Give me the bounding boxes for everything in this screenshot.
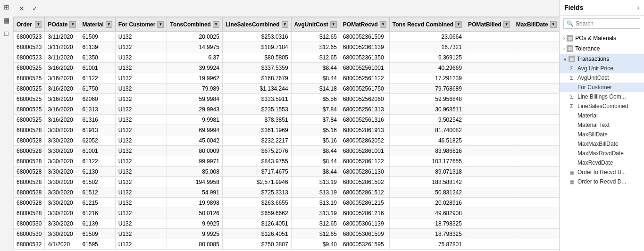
- cell-linesalescombined: $189.7184: [222, 42, 291, 52]
- cell-podate: 3/30/2020: [45, 167, 79, 177]
- field-item-maxrcvddate[interactable]: · MaxRcvdDate: [560, 158, 644, 167]
- field-item-avg-unit-price[interactable]: Σ Avg Unit Price: [560, 64, 644, 73]
- field-group-tolerance-header[interactable]: › ▦ Tolerance: [560, 44, 644, 53]
- field-group-pos-materials-header[interactable]: › ▦ POs & Materials: [560, 33, 644, 43]
- cell-forcustomer: U132: [115, 125, 167, 135]
- cell-tonsrecvdcombined: 6.369125: [389, 52, 465, 63]
- field-item-line-billings[interactable]: Σ Line Billings Com...: [560, 92, 644, 101]
- cell-maxbilldate: [513, 146, 559, 156]
- data-table-container[interactable]: Order ▼ POdate ▼ Material ▼: [13, 17, 559, 251]
- cell-pomatbilled: [465, 32, 513, 42]
- table-row[interactable]: 680005283/30/202061913U13269.9994$361.19…: [14, 125, 560, 135]
- cell-tonscombined: 194.9958: [167, 177, 222, 187]
- cell-tonsrecvdcombined: 75.87801: [389, 239, 465, 250]
- field-item-order-recvd-b[interactable]: ▦ Order to Recvd B...: [560, 167, 644, 177]
- field-label-line-billings: Line Billings Com...: [577, 93, 626, 100]
- cell-pomatrecvd: 6800052561750: [340, 84, 389, 94]
- field-item-maxmaxrcvddate[interactable]: · MaxMaxRcvdDate: [560, 149, 644, 158]
- cell-material: 61001: [79, 146, 115, 156]
- fields-search-input[interactable]: [576, 20, 637, 27]
- table-row[interactable]: 680005233/11/202061509U13220.0025$253.03…: [14, 32, 560, 42]
- cell-linesalescombined: $253.0316: [222, 32, 291, 42]
- cell-tonsrecvdcombined: 59.956848: [389, 94, 465, 104]
- cell-tonscombined: 80.0009: [167, 146, 222, 156]
- cell-linesalescombined: $263.6655: [222, 198, 291, 208]
- table-row[interactable]: 680005283/30/202061502U132194.9958$2,571…: [14, 177, 560, 187]
- cell-material: 61502: [79, 177, 115, 187]
- field-item-material[interactable]: · Material: [560, 111, 644, 120]
- cell-pomatrecvd: 6800053061139: [340, 218, 389, 229]
- page-view-icon[interactable]: □: [1, 28, 12, 39]
- table-row[interactable]: 680005283/30/202061001U13280.0009$675.20…: [14, 146, 560, 156]
- field-label-order-recvd-d: Order to Recvd D...: [577, 178, 626, 185]
- filter-pomatrecvd-btn[interactable]: ▼: [380, 21, 386, 28]
- cell-material: 61750: [79, 84, 115, 94]
- cell-pomatrecvd: 6800052861130: [340, 167, 389, 177]
- field-item-linesalescombined[interactable]: Σ LineSalesCombined: [560, 101, 644, 111]
- filter-order-btn[interactable]: ▼: [35, 21, 42, 28]
- confirm-button[interactable]: ✓: [29, 3, 41, 14]
- field-item-material-text[interactable]: · Material Text: [560, 120, 644, 130]
- filter-podate-btn[interactable]: ▼: [69, 21, 76, 28]
- cell-order: 68000523: [14, 52, 45, 63]
- table-row[interactable]: 680005283/30/202062052U13245.0042$232.22…: [14, 135, 560, 146]
- cell-avgunitcost: $8.44: [291, 156, 340, 167]
- field-group-pos-materials: › ▦ POs & Materials: [560, 33, 644, 43]
- field-group-transactions-header[interactable]: ∨ ▦ Transactions: [560, 54, 644, 64]
- table-row[interactable]: 680005324/1/202061595U13280.0085$750.380…: [14, 239, 560, 250]
- filter-avgunit-btn[interactable]: ▼: [330, 21, 337, 28]
- table-row[interactable]: 680005253/16/202061313U13229.9943$235.15…: [14, 104, 560, 115]
- table-row[interactable]: 680005233/11/202061139U13214.9975$189.71…: [14, 42, 560, 52]
- filter-pomatbilled-btn[interactable]: ▼: [503, 21, 510, 28]
- cell-forcustomer: U132: [115, 32, 167, 42]
- cell-pomatrecvd: 6800052862052: [340, 135, 389, 146]
- cell-tonscombined: 79.989: [167, 84, 222, 94]
- table-row[interactable]: 680005283/30/202061512U13254.991$725.331…: [14, 187, 560, 198]
- cell-forcustomer: U132: [115, 187, 167, 198]
- table-row[interactable]: 680005283/30/202061130U13285.008$717.467…: [14, 167, 560, 177]
- group-label-tolerance: Tolerance: [575, 45, 600, 52]
- field-item-maxbilldate[interactable]: · MaxBillDate: [560, 130, 644, 139]
- col-header-podate: POdate ▼: [45, 17, 79, 32]
- table-row[interactable]: 680005303/30/202061139U1329.9925$126.405…: [14, 218, 560, 229]
- filter-linesales-btn[interactable]: ▼: [282, 21, 288, 28]
- cell-maxbilldate: [513, 208, 559, 218]
- table-row[interactable]: 680005283/30/202061215U13219.9898$263.66…: [14, 198, 560, 208]
- filter-tonsrecvd-btn[interactable]: ▼: [455, 21, 462, 28]
- table-row[interactable]: 680005253/16/202062060U13259.9984$333.59…: [14, 94, 560, 104]
- table-view-icon[interactable]: ▦: [1, 15, 12, 25]
- cell-maxbilldate: [513, 239, 559, 250]
- table-row[interactable]: 680005233/11/202061350U1326.37$80.5805$1…: [14, 52, 560, 63]
- cell-material: 62052: [79, 135, 115, 146]
- fields-search-box[interactable]: 🔍: [563, 18, 640, 29]
- grid-view-icon[interactable]: ⊞: [1, 2, 12, 12]
- cell-pomatrecvd: 6800052861215: [340, 198, 389, 208]
- table-row[interactable]: 680005253/16/202061122U13219.9962$168.76…: [14, 73, 560, 84]
- filter-forcustomer-btn[interactable]: ▼: [157, 21, 164, 28]
- cell-material: 61595: [79, 239, 115, 250]
- cell-maxbilldate: [513, 94, 559, 104]
- table-icon-tolerance: ▦: [567, 45, 573, 52]
- toolbar: ✕ ✓: [13, 0, 559, 17]
- filter-tons-btn[interactable]: ▼: [213, 21, 219, 28]
- table-row[interactable]: 680005253/16/202061001U13239.9924$337.53…: [14, 63, 560, 73]
- cell-tonsrecvdcombined: 20.028916: [389, 198, 465, 208]
- close-button[interactable]: ✕: [16, 3, 27, 14]
- filter-maxbilldate-btn[interactable]: ▼: [550, 21, 557, 28]
- field-item-avgunitcost[interactable]: Σ AvgUnitCost: [560, 73, 644, 83]
- table-row[interactable]: 680005303/30/202061509U1329.9925$126.405…: [14, 229, 560, 239]
- cell-order: 68000528: [14, 187, 45, 198]
- cell-tonsrecvdcombined: 50.831242: [389, 187, 465, 198]
- field-item-order-recvd-d[interactable]: ▦ Order to Recvd D...: [560, 177, 644, 186]
- filter-material-btn[interactable]: ▼: [106, 21, 112, 28]
- cell-podate: 3/30/2020: [45, 135, 79, 146]
- field-item-maxmaxbilldate[interactable]: · MaxMaxBillDate: [560, 139, 644, 149]
- cell-tonscombined: 19.9962: [167, 73, 222, 84]
- expand-panel-button[interactable]: ›: [637, 4, 639, 11]
- cell-order: 68000525: [14, 115, 45, 125]
- table-row[interactable]: 680005283/30/202061216U13250.0126$659.66…: [14, 208, 560, 218]
- table-row[interactable]: 680005283/30/202061122U13299.9971$843.97…: [14, 156, 560, 167]
- table-row[interactable]: 680005253/16/202061750U13279.989$1,134.2…: [14, 84, 560, 94]
- field-item-for-customer[interactable]: · For Customer: [560, 83, 644, 92]
- table-row[interactable]: 680005253/16/202061316U1329.9981$78.3851…: [14, 115, 560, 125]
